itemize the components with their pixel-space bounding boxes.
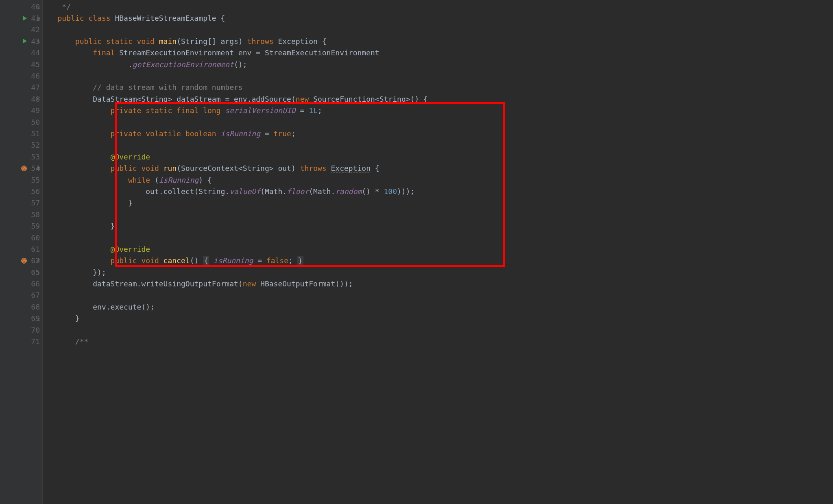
run-gutter-icon[interactable]	[23, 39, 27, 44]
gutter-row[interactable]: 42	[0, 24, 42, 35]
code-token: true	[274, 129, 291, 138]
run-gutter-icon[interactable]	[23, 16, 27, 21]
code-line[interactable]: }	[44, 197, 833, 209]
code-line[interactable]: while (isRunning) {	[44, 174, 833, 185]
gutter-row[interactable]: 53	[0, 151, 42, 162]
gutter-row[interactable]: 70	[0, 324, 42, 336]
gutter-row[interactable]: 59⌞	[0, 220, 42, 231]
code-line[interactable]	[44, 24, 833, 35]
gutter-row[interactable]: 65⌞	[0, 266, 42, 278]
line-number: 53	[28, 153, 40, 161]
gutter-row[interactable]: 71	[0, 336, 42, 347]
gutter-row[interactable]: 68	[0, 301, 42, 312]
code-area[interactable]: */ public class HBaseWriteStreamExample …	[43, 0, 833, 504]
code-line[interactable]	[44, 116, 833, 128]
gutter-row[interactable]: 66	[0, 278, 42, 289]
override-gutter-icon[interactable]	[21, 166, 27, 171]
gutter-row[interactable]: 48⊟	[0, 93, 42, 105]
gutter-row[interactable]: 43⊟	[0, 35, 42, 47]
code-token: {	[322, 37, 327, 46]
line-number: 58	[28, 210, 40, 219]
code-editor[interactable]: 40⌞41⊟4243⊟4445464748⊟495051525354⊟55565…	[0, 0, 833, 504]
code-line[interactable]	[44, 209, 833, 220]
fold-gutter-icon[interactable]: ⊟	[37, 16, 41, 20]
code-line[interactable]: .getExecutionEnvironment();	[44, 59, 833, 70]
fold-gutter-icon[interactable]: ⊟	[37, 39, 41, 43]
fold-gutter-icon[interactable]: ⌞	[37, 270, 41, 274]
code-line[interactable]: public void cancel() { isRunning = false…	[44, 255, 833, 266]
code-token: )	[238, 37, 247, 46]
code-line[interactable]: public static void main(String[] args) t…	[44, 35, 833, 47]
code-token: private static final long	[111, 106, 225, 115]
gutter-row[interactable]: 47	[0, 82, 42, 93]
fold-gutter-icon[interactable]: ⌞	[37, 224, 41, 228]
code-token	[44, 314, 75, 323]
code-token: public class	[58, 14, 115, 22]
code-token: new	[296, 95, 313, 103]
code-line[interactable]	[44, 70, 833, 81]
code-line[interactable]: public void run(SourceContext<String> ou…	[44, 162, 833, 174]
line-number: 56	[28, 187, 40, 196]
gutter-row[interactable]: 54⊟	[0, 162, 42, 174]
code-line[interactable]: private static final long serialVersionU…	[44, 105, 833, 116]
gutter-row[interactable]: 67	[0, 290, 42, 301]
code-line[interactable]: }	[44, 220, 833, 231]
gutter-row[interactable]: 58	[0, 209, 42, 220]
gutter-row[interactable]: 56	[0, 185, 42, 197]
gutter-row[interactable]: 69⌞	[0, 313, 42, 324]
code-token	[44, 37, 75, 46]
gutter-row[interactable]: 61	[0, 243, 42, 255]
code-token: SourceFunction	[313, 95, 375, 103]
gutter-row[interactable]: 44	[0, 47, 42, 59]
code-token: )));	[397, 187, 414, 196]
gutter-row[interactable]: 46	[0, 70, 42, 81]
gutter-row[interactable]: 51	[0, 128, 42, 139]
code-line[interactable]	[44, 290, 833, 301]
fold-gutter-icon[interactable]: ⊟	[37, 97, 41, 101]
code-line[interactable]: private volatile boolean isRunning = tru…	[44, 128, 833, 139]
code-token: {	[371, 164, 379, 172]
code-token	[44, 153, 111, 161]
code-line[interactable]: // data stream with random numbers	[44, 82, 833, 93]
fold-gutter-icon[interactable]: ⊞	[37, 259, 41, 263]
code-line[interactable]	[44, 140, 833, 151]
fold-gutter-icon[interactable]: ⌞	[37, 4, 41, 9]
code-token: String.	[198, 187, 229, 196]
gutter-row[interactable]: 41⊟	[0, 12, 42, 24]
code-token: ;	[291, 129, 296, 138]
code-line[interactable]: dataStream.writeUsingOutputFormat(new HB…	[44, 278, 833, 289]
override-gutter-icon[interactable]	[21, 258, 27, 264]
code-token: <	[375, 95, 379, 103]
code-line[interactable]: });	[44, 266, 833, 278]
code-line[interactable]	[44, 324, 833, 336]
line-number: 45	[28, 60, 40, 69]
gutter-row[interactable]: 60	[0, 232, 42, 243]
gutter-row[interactable]: 40⌞	[0, 1, 42, 12]
code-line[interactable]: }	[44, 313, 833, 324]
code-token	[44, 14, 58, 22]
code-token: @Override	[111, 153, 150, 161]
gutter-row[interactable]: 57	[0, 197, 42, 209]
fold-gutter-icon[interactable]: ⊟	[37, 166, 41, 170]
code-token	[44, 129, 111, 138]
code-line[interactable]: @Override	[44, 151, 833, 162]
fold-gutter-icon[interactable]: ⌞	[37, 316, 41, 321]
code-line[interactable]: DataStream<String> dataStream = env.addS…	[44, 93, 833, 105]
gutter[interactable]: 40⌞41⊟4243⊟4445464748⊟495051525354⊟55565…	[0, 0, 43, 504]
code-line[interactable]: /**	[44, 336, 833, 347]
code-line[interactable]: public class HBaseWriteStreamExample {	[44, 12, 833, 24]
gutter-row[interactable]: 49	[0, 105, 42, 116]
gutter-row[interactable]: 50	[0, 116, 42, 128]
code-line[interactable]: env.execute();	[44, 301, 833, 312]
gutter-row[interactable]: 52	[0, 140, 42, 151]
code-line[interactable]: out.collect(String.valueOf(Math.floor(Ma…	[44, 185, 833, 197]
code-line[interactable]	[44, 232, 833, 243]
line-number: 50	[28, 118, 40, 127]
code-line[interactable]: final StreamExecutionEnvironment env = S…	[44, 47, 833, 59]
code-token: .	[128, 60, 133, 69]
gutter-row[interactable]: 55	[0, 174, 42, 185]
gutter-row[interactable]: 62⊞	[0, 255, 42, 266]
code-line[interactable]: @Override	[44, 243, 833, 255]
code-line[interactable]: */	[44, 1, 833, 12]
gutter-row[interactable]: 45	[0, 59, 42, 70]
